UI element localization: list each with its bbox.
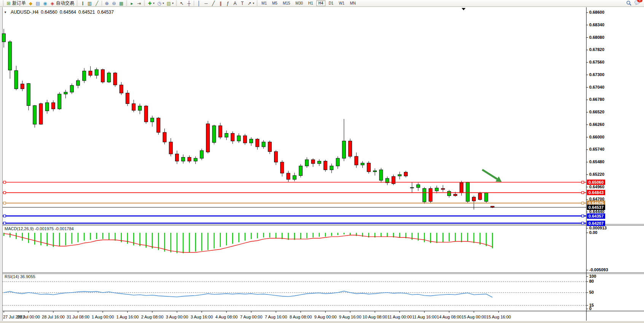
line-handle[interactable]: [582, 191, 584, 194]
tf-M15[interactable]: M15: [281, 0, 292, 6]
candle: [485, 193, 488, 202]
templates-button[interactable]: ▨▾: [165, 0, 175, 6]
chat-icon[interactable]: 1: [634, 0, 640, 7]
market-watch-icon: ◆: [28, 0, 33, 6]
zoom-in-button[interactable]: ⊕: [103, 0, 110, 6]
candle: [361, 163, 364, 165]
line-handle[interactable]: [3, 215, 6, 217]
candle: [466, 182, 469, 201]
chart-plot[interactable]: [0, 0, 644, 323]
candle: [200, 151, 204, 158]
label-button[interactable]: T: [239, 0, 246, 6]
toolbar-grip[interactable]: [176, 1, 177, 6]
toolbar-grip[interactable]: [144, 1, 145, 6]
line-handle[interactable]: [582, 202, 584, 204]
market-watch-button[interactable]: ◆: [27, 0, 34, 6]
candle: [478, 193, 482, 199]
tf-MN[interactable]: MN: [348, 0, 358, 6]
navigator-button[interactable]: ◉: [41, 0, 49, 6]
candle: [287, 173, 290, 179]
tf-W1[interactable]: W1: [336, 0, 347, 6]
hline-0.64843[interactable]: [3, 191, 586, 194]
candle: [77, 81, 80, 86]
bar-chart-icon: |||: [80, 0, 85, 6]
line-handle[interactable]: [3, 181, 6, 183]
separator: [194, 1, 194, 6]
toolbar-grip[interactable]: [126, 1, 127, 6]
candle: [8, 42, 12, 70]
zoom-out-button[interactable]: ⊖: [110, 0, 118, 6]
candle: [317, 161, 321, 164]
candle-chart-button[interactable]: ▥: [86, 0, 93, 6]
periods-clock-icon: ◷: [157, 0, 162, 6]
candle: [2, 33, 6, 41]
auto-scroll-button[interactable]: ▸: [128, 0, 135, 6]
tf-D1[interactable]: D1: [326, 0, 336, 6]
search-icon[interactable]: [626, 0, 632, 6]
hline-0.64207[interactable]: [3, 222, 586, 224]
candle: [163, 132, 166, 142]
candle: [336, 158, 340, 166]
candle: [194, 158, 197, 161]
candle: [58, 94, 61, 109]
chart-shift-marker[interactable]: [462, 8, 465, 10]
toolbar-grip[interactable]: [3, 1, 4, 6]
candle: [435, 188, 438, 191]
channel-button[interactable]: ∥: [217, 0, 224, 6]
tf-M1[interactable]: M1: [259, 0, 269, 6]
window-bottom-edge: [0, 321, 644, 323]
data-window-button[interactable]: ▤: [34, 0, 41, 6]
chart-shift-button[interactable]: ⇥: [135, 0, 143, 6]
hline-0.64625[interactable]: [3, 202, 586, 204]
autotrade-button[interactable]: ◈自动交易: [49, 0, 75, 6]
tf-H1[interactable]: H1: [306, 0, 316, 6]
trendline-icon: ╱: [211, 0, 216, 6]
candle: [151, 118, 154, 122]
tf-M5[interactable]: M5: [270, 0, 280, 6]
toolbar-grip[interactable]: [257, 1, 258, 6]
tile-windows-button[interactable]: ▦: [118, 0, 125, 6]
fibonacci-button[interactable]: ƒ: [224, 0, 231, 6]
hline-button[interactable]: ─: [202, 0, 210, 6]
candle: [14, 70, 18, 89]
macd-signal-line: [4, 234, 493, 253]
candle: [218, 126, 222, 137]
line-handle[interactable]: [582, 215, 584, 217]
line-handle[interactable]: [3, 202, 6, 204]
hline-0.64357[interactable]: [3, 215, 586, 217]
line-handle[interactable]: [3, 222, 6, 224]
candle: [454, 194, 457, 196]
notification-badge: 1: [637, 0, 642, 2]
trend-arrow-annotation[interactable]: [482, 170, 502, 182]
line-handle[interactable]: [582, 222, 584, 224]
trendline-button[interactable]: ╱: [210, 0, 217, 6]
periods-button[interactable]: ◷▾: [156, 0, 165, 6]
arrows-button[interactable]: ↗▾: [246, 0, 255, 6]
tf-H4[interactable]: H4: [316, 0, 326, 6]
line-handle[interactable]: [582, 181, 584, 183]
channel-icon: ∥: [218, 0, 223, 6]
candle: [423, 188, 426, 202]
text-button[interactable]: A: [231, 0, 239, 6]
new-order-icon: ⊞: [6, 0, 11, 6]
new-order-button[interactable]: ⊞新订单: [5, 0, 27, 6]
cursor-button[interactable]: ↖: [178, 0, 185, 6]
candle: [83, 71, 86, 81]
indicators-button[interactable]: ✚▾: [146, 0, 156, 6]
new-order-button-label: 新订单: [12, 0, 26, 6]
vline-button[interactable]: │: [195, 0, 202, 6]
line-chart-icon: ╱: [94, 0, 99, 6]
line-chart-button[interactable]: ╱: [93, 0, 100, 6]
candle: [460, 183, 463, 193]
toolbar-grip[interactable]: [77, 1, 78, 6]
candle: [299, 166, 303, 175]
bar-chart-button[interactable]: |||: [79, 0, 86, 6]
candle-chart-icon: ▥: [87, 0, 92, 6]
candle: [120, 85, 123, 93]
candle: [404, 172, 408, 176]
crosshair-button[interactable]: ┼: [185, 0, 193, 6]
line-handle[interactable]: [3, 191, 6, 194]
crosshair-icon: ┼: [187, 0, 191, 6]
tf-M30[interactable]: M30: [293, 0, 305, 6]
candle: [274, 151, 278, 162]
